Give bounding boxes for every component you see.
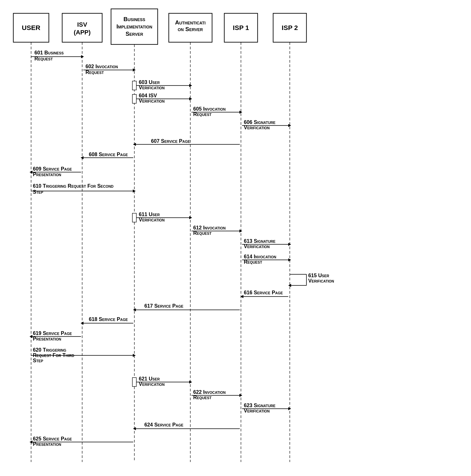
svg-text:Request: Request (244, 259, 262, 265)
svg-marker-120 (30, 441, 33, 443)
svg-marker-55 (30, 170, 33, 174)
svg-text:Business: Business (123, 16, 145, 22)
svg-text:Server: Server (125, 31, 143, 37)
svg-text:USER: USER (22, 24, 40, 31)
svg-text:612 Invocation: 612 Invocation (193, 225, 226, 231)
svg-rect-62 (132, 213, 136, 222)
svg-text:622 Invocation: 622 Invocation (193, 389, 226, 395)
svg-text:608 Service Page: 608 Service Page (89, 152, 128, 157)
svg-text:Verification: Verification (139, 381, 165, 387)
svg-rect-103 (132, 378, 136, 387)
svg-text:Request: Request (193, 111, 212, 117)
svg-rect-12 (224, 13, 258, 42)
svg-marker-49 (133, 143, 136, 146)
svg-text:ISP 2: ISP 2 (282, 24, 298, 31)
svg-marker-113 (288, 407, 291, 410)
svg-text:611 User: 611 User (139, 211, 160, 217)
svg-text:Verification: Verification (139, 85, 165, 90)
svg-marker-37 (189, 97, 192, 100)
svg-text:Presentation: Presentation (33, 441, 61, 447)
svg-rect-9 (169, 13, 212, 42)
svg-marker-95 (30, 335, 33, 338)
svg-marker-68 (239, 229, 242, 233)
svg-text:602 Invocation: 602 Invocation (85, 64, 118, 69)
svg-text:613 Signature: 613 Signature (244, 238, 276, 244)
svg-text:(APP): (APP) (74, 29, 91, 36)
svg-text:604 ISV: 604 ISV (139, 93, 157, 98)
sequence-diagram: USER ISV (APP) Business Implementation S… (0, 0, 471, 476)
svg-rect-2 (62, 13, 102, 42)
svg-marker-99 (133, 354, 136, 357)
svg-marker-82 (288, 284, 291, 287)
svg-marker-59 (133, 189, 136, 193)
svg-text:601 Business: 601 Business (34, 50, 64, 55)
svg-marker-109 (239, 394, 242, 397)
svg-text:ISP 1: ISP 1 (233, 24, 249, 31)
svg-rect-0 (13, 13, 49, 42)
svg-rect-5 (111, 9, 158, 44)
svg-text:Verification: Verification (139, 217, 165, 222)
svg-marker-52 (81, 156, 84, 159)
svg-text:616 Service Page: 616 Service Page (244, 290, 283, 295)
svg-text:624 Service Page: 624 Service Page (144, 422, 184, 427)
svg-marker-117 (133, 427, 136, 430)
svg-text:605 Invocation: 605 Invocation (193, 106, 226, 112)
svg-text:Authenticati: Authenticati (175, 19, 205, 26)
svg-marker-27 (133, 68, 136, 71)
svg-text:Verification: Verification (244, 243, 269, 249)
svg-rect-30 (132, 81, 136, 90)
svg-text:623 Signature: 623 Signature (244, 403, 276, 408)
svg-text:618 Service Page: 618 Service Page (89, 316, 128, 322)
svg-text:607 Service Page: 607 Service Page (151, 138, 190, 144)
svg-text:619 Service Page: 619 Service Page (33, 330, 72, 336)
svg-text:Verification: Verification (139, 98, 165, 104)
svg-text:609 Service Page: 609 Service Page (33, 166, 72, 172)
svg-text:Presentation: Presentation (33, 171, 61, 177)
svg-text:Verification: Verification (308, 278, 334, 284)
svg-marker-72 (288, 243, 291, 246)
svg-text:620 Triggering: 620 Triggering (33, 347, 66, 353)
svg-marker-23 (81, 55, 84, 58)
svg-marker-89 (133, 308, 136, 311)
svg-marker-41 (239, 111, 242, 114)
svg-text:Step: Step (33, 357, 43, 363)
svg-text:615 User: 615 User (308, 272, 329, 278)
svg-text:610 Triggering Request For Sec: 610 Triggering Request For Second (33, 183, 114, 189)
svg-text:Presentation: Presentation (33, 336, 61, 342)
svg-text:Request: Request (34, 56, 53, 62)
svg-marker-76 (288, 258, 291, 261)
svg-text:603 User: 603 User (139, 79, 160, 85)
svg-text:621 User: 621 User (139, 376, 160, 382)
svg-text:Request For Third: Request For Third (33, 352, 74, 358)
svg-text:ISV: ISV (77, 21, 87, 28)
svg-text:Implementation: Implementation (116, 23, 152, 30)
svg-marker-64 (189, 216, 192, 219)
svg-marker-32 (189, 84, 192, 87)
svg-marker-92 (81, 322, 84, 325)
svg-text:606 Signature: 606 Signature (244, 119, 276, 125)
svg-text:Request: Request (193, 394, 212, 400)
svg-text:Step: Step (33, 189, 43, 195)
svg-text:Request: Request (85, 69, 104, 75)
svg-rect-14 (273, 13, 306, 42)
svg-text:Request: Request (193, 230, 212, 236)
svg-marker-45 (288, 124, 291, 127)
svg-rect-35 (132, 94, 136, 103)
svg-text:on Server: on Server (178, 26, 203, 33)
svg-text:Verification: Verification (244, 125, 269, 130)
svg-marker-86 (240, 295, 243, 298)
svg-text:614 Invocation: 614 Invocation (244, 254, 276, 259)
svg-text:Verification: Verification (244, 408, 269, 414)
svg-text:617 Service Page: 617 Service Page (144, 303, 184, 309)
svg-text:625 Service Page: 625 Service Page (33, 436, 72, 442)
svg-marker-105 (189, 380, 192, 384)
